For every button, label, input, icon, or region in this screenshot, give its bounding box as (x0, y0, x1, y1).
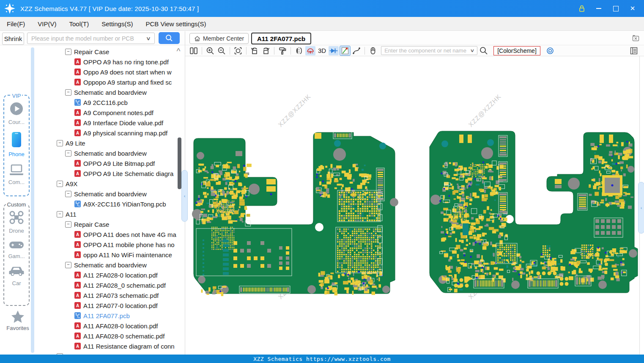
tree-item[interactable]: −Repair Case (36, 219, 182, 229)
tree-item[interactable]: − (36, 351, 182, 355)
tab-member-center[interactable]: Member Center (189, 33, 249, 44)
layers-panel-icon[interactable] (629, 46, 639, 55)
fit-view-button[interactable] (233, 46, 243, 55)
collapse-right-panel-handle[interactable]: ‹ (638, 182, 644, 234)
probe-measure-toggle[interactable] (340, 46, 350, 55)
zoom-in-button[interactable] (205, 46, 215, 55)
menu-item-2[interactable]: Tool(T) (69, 20, 89, 28)
tree-item[interactable]: AA9 physical scanning map.pdf (36, 128, 182, 138)
tree-expander-icon[interactable]: − (65, 191, 71, 197)
tree-item[interactable]: AOppopo A9 startup and fixed sc (36, 77, 182, 87)
maximize-button[interactable] (610, 3, 621, 14)
tree-expander-icon[interactable]: − (65, 49, 71, 55)
split-view-button[interactable] (189, 46, 199, 55)
tree-item[interactable]: Aoppo A11 No WiFi maintenance (36, 250, 182, 260)
tree-scrollbar-thumb[interactable] (178, 138, 181, 189)
drone-icon (9, 210, 24, 226)
tree-item[interactable]: AA9 Interface Diode value.pdf (36, 118, 182, 128)
mouse-settings-button[interactable] (368, 46, 378, 55)
computer-icon (8, 163, 25, 178)
tree-expander-icon[interactable]: − (65, 150, 71, 157)
tree-item[interactable]: −Repair Case (36, 47, 182, 57)
diode-mode-toggle[interactable] (329, 46, 339, 55)
tab-active-pcb[interactable]: A11 2FA077.pcb (251, 33, 311, 44)
tree-expander-icon[interactable]: − (57, 211, 63, 217)
tree-expander-icon[interactable]: − (57, 140, 63, 146)
shrink-button[interactable]: Shrink (2, 33, 24, 45)
curve-tool-button[interactable] (351, 46, 362, 55)
tree-item[interactable]: AA11 AFA028-0 schematic.pdf (36, 331, 182, 341)
tree-item[interactable]: A9X-2CC116 YiDianTong.pcb (36, 199, 182, 209)
tree-item[interactable]: AOppo A9 does not start when w (36, 67, 182, 77)
favorites-label: Favorites (6, 325, 29, 331)
sidebar-item-com[interactable]: Com... (4, 163, 29, 185)
tree-item[interactable]: AA11 2FA077-0 location.pdf (36, 300, 182, 311)
menu-item-0[interactable]: File(F) (7, 20, 25, 28)
tree-item[interactable]: AA11 AFA028-0 location.pdf (36, 321, 182, 331)
close-right-panel-icon[interactable] (631, 33, 640, 43)
tree-item[interactable]: A9 2CC116.pcb (36, 97, 182, 107)
tree-item[interactable]: −A9 Lite (36, 138, 182, 148)
menu-item-3[interactable]: Settings(S) (101, 20, 133, 28)
tree-expander-icon[interactable]: − (65, 262, 71, 268)
svg-text:XZZ@XZZHK: XZZ@XZZHK (467, 93, 502, 128)
sidebar-item-gam[interactable]: Gam... (4, 240, 29, 259)
sidebar-scrollbar[interactable] (31, 47, 34, 353)
lamp-highlight-toggle[interactable] (305, 46, 315, 55)
tree-item[interactable]: AOPPO A9 has no ring tone.pdf (36, 57, 182, 67)
model-search-input[interactable] (27, 35, 147, 42)
tree-item[interactable]: AA11 2FA028-0 location.pdf (36, 270, 182, 280)
pdf-file-icon: A (74, 282, 81, 289)
component-search-input[interactable] (381, 47, 471, 54)
menu-item-4[interactable]: PCB View settings(S) (145, 20, 206, 28)
tree-item[interactable]: AA9 Component notes.pdf (36, 107, 182, 118)
vip-lock-icon[interactable] (576, 3, 587, 14)
eye-visibility-icon[interactable] (545, 46, 555, 55)
tree-item[interactable]: AA11 2FA073 schematic.pdf (36, 290, 182, 300)
mirror-flip-button[interactable] (294, 46, 304, 55)
tree-scroll-up-icon[interactable]: ᴧ (177, 47, 181, 52)
chevron-down-icon[interactable]: ∨ (470, 48, 478, 53)
pdf-file-icon: A (74, 251, 81, 258)
tree-item[interactable]: AOPPO A11 does not have 4G ma (36, 229, 182, 239)
search-button[interactable] (159, 32, 180, 44)
tree-item[interactable]: −Schematic and boardview (36, 87, 182, 97)
pcb-file-icon (74, 312, 81, 319)
close-button[interactable]: ✕ (627, 3, 638, 14)
minimize-button[interactable] (593, 3, 604, 14)
tree-item[interactable]: −Schematic and boardview (36, 260, 182, 270)
sidebar-item-favorites[interactable]: Favorites (0, 310, 36, 331)
tree-item[interactable]: −Schematic and boardview (36, 148, 182, 158)
component-search-icon[interactable] (479, 46, 489, 55)
tree-item[interactable]: −Schematic and boardview (36, 189, 182, 199)
chevron-down-icon[interactable]: ∨ (146, 36, 156, 41)
rotate-right-button[interactable] (261, 46, 271, 55)
tree-item[interactable]: A11 2FA077.pcb (36, 311, 182, 321)
tree-expander-icon[interactable]: − (65, 221, 71, 228)
tree-expander-icon[interactable]: − (57, 181, 63, 187)
rotate-left-button[interactable] (249, 46, 260, 55)
tree-item[interactable]: AOPPO A9 Lite Schematic diagra (36, 168, 182, 179)
pcb-toolbar: 3D ∨ [ColorScheme] (185, 45, 644, 56)
tree-item[interactable]: −A11 (36, 209, 182, 219)
menu-item-1[interactable]: VIP(V) (38, 20, 56, 28)
colorscheme-button[interactable]: [ColorScheme] (493, 46, 540, 55)
sidebar-item-drone[interactable]: Drone (4, 210, 29, 234)
tree-item[interactable]: −A9X (36, 179, 182, 189)
tree-item[interactable]: AA11 Resistance diagram of conn (36, 341, 182, 351)
pdf-file-icon: A (74, 69, 81, 75)
course-icon (9, 102, 24, 118)
sidebar-item-car[interactable]: Car (4, 265, 29, 286)
sidebar-item-phone[interactable]: Phone (4, 131, 29, 157)
zoom-out-button[interactable] (216, 46, 227, 55)
sidebar-item-cour[interactable]: Cour... (4, 102, 29, 125)
tree-expander-icon[interactable]: − (65, 89, 71, 96)
tree-item[interactable]: AOPPO A11 mobile phone has no (36, 239, 182, 250)
pcb-canvas[interactable]: XZZ@XZZHKXZZ@XZZHKXZZ@XZZHKXZZ@XZZHK (185, 56, 639, 355)
tree-item[interactable]: AOPPO A9 Lite Bitmap.pdf (36, 158, 182, 168)
view-3d-button[interactable]: 3D (317, 47, 327, 54)
pdf-file-icon: A (74, 109, 81, 116)
paint-roller-button[interactable] (277, 46, 288, 55)
tree-item[interactable]: AA11 2FA028_0 schematic.pdf (36, 280, 182, 290)
collapse-left-panel-handle[interactable]: ‹ (181, 170, 188, 222)
